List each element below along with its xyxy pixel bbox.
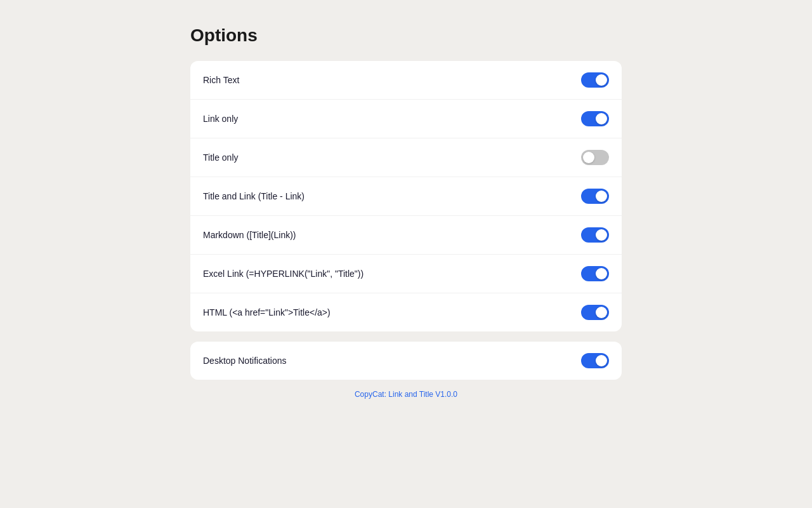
toggle-slider-title-and-link <box>581 189 609 204</box>
options-card: Rich TextLink onlyTitle onlyTitle and Li… <box>190 61 622 331</box>
option-label-rich-text: Rich Text <box>203 75 239 85</box>
option-label-html: HTML (<a href="Link">Title</a>) <box>203 307 331 318</box>
page-title: Options <box>190 25 622 46</box>
toggle-slider-desktop-notifications <box>581 353 609 368</box>
option-row-desktop-notifications: Desktop Notifications <box>190 342 622 380</box>
toggle-link-only[interactable] <box>581 111 609 126</box>
toggle-title-only[interactable] <box>581 150 609 165</box>
toggle-desktop-notifications[interactable] <box>581 353 609 368</box>
option-row-title-only: Title only <box>190 138 622 177</box>
option-label-link-only: Link only <box>203 114 238 124</box>
option-row-title-and-link: Title and Link (Title - Link) <box>190 177 622 216</box>
option-label-markdown: Markdown ([Title](Link)) <box>203 230 296 240</box>
footer-text: CopyCat: Link and Title V1.0.0 <box>190 390 622 399</box>
toggle-slider-html <box>581 305 609 320</box>
option-row-link-only: Link only <box>190 100 622 138</box>
toggle-excel-link[interactable] <box>581 266 609 281</box>
toggle-slider-link-only <box>581 111 609 126</box>
notifications-card: Desktop Notifications <box>190 342 622 380</box>
page-container: Options Rich TextLink onlyTitle onlyTitl… <box>190 25 622 399</box>
toggle-rich-text[interactable] <box>581 72 609 88</box>
option-label-desktop-notifications: Desktop Notifications <box>203 356 287 366</box>
toggle-slider-title-only <box>581 150 609 165</box>
option-row-rich-text: Rich Text <box>190 61 622 100</box>
option-row-markdown: Markdown ([Title](Link)) <box>190 216 622 255</box>
toggle-html[interactable] <box>581 305 609 320</box>
toggle-slider-rich-text <box>581 72 609 88</box>
option-label-title-only: Title only <box>203 152 239 163</box>
toggle-slider-markdown <box>581 227 609 243</box>
toggle-title-and-link[interactable] <box>581 189 609 204</box>
option-label-title-and-link: Title and Link (Title - Link) <box>203 191 304 201</box>
option-label-excel-link: Excel Link (=HYPERLINK("Link", "Title")) <box>203 269 363 279</box>
option-row-html: HTML (<a href="Link">Title</a>) <box>190 293 622 331</box>
option-row-excel-link: Excel Link (=HYPERLINK("Link", "Title")) <box>190 255 622 293</box>
toggle-markdown[interactable] <box>581 227 609 243</box>
toggle-slider-excel-link <box>581 266 609 281</box>
